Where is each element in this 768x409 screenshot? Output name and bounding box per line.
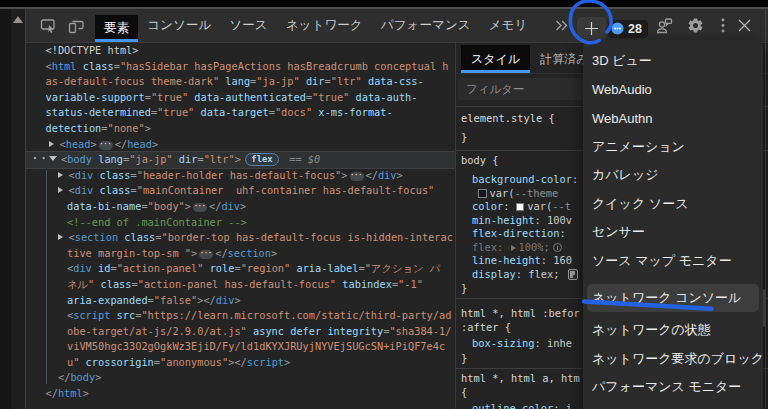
dom-tree-row[interactable]: <div id="action-panel" role="region" ari… <box>26 261 455 277</box>
dom-tree-row[interactable]: tive margin-top-sm ">···</section> <box>26 246 455 262</box>
menu-item[interactable]: クイック ソース <box>583 190 763 219</box>
code-token: class <box>100 169 131 181</box>
device-toolbar-button[interactable] <box>64 9 88 43</box>
code-token: --t <box>552 200 571 212</box>
more-content-icon[interactable]: ··· <box>99 141 113 150</box>
code-token: "body" <box>148 200 185 212</box>
code-token: "false" <box>154 294 197 306</box>
code-token: data-css- <box>368 75 424 87</box>
code-token: "mainContainer uhf-container has-default… <box>137 184 435 196</box>
code-token: script <box>247 356 284 368</box>
menu-item[interactable]: 3D ビュー <box>583 47 763 76</box>
code-token: "ja-jp" <box>256 75 299 87</box>
collapsed-arrow-icon[interactable] <box>58 172 63 178</box>
code-token: "true" <box>151 91 188 103</box>
styles-tab[interactable]: スタイル <box>461 45 530 73</box>
color-swatch-white[interactable] <box>516 203 525 212</box>
toolbar-tab[interactable]: パフォーマンス <box>372 9 480 43</box>
code-token: "action-panel has-default-focus" <box>138 278 336 290</box>
code-token: div <box>216 294 235 306</box>
dom-tree-row[interactable]: data-bi-name="body">···</div> <box>26 199 455 215</box>
issues-counter[interactable]: 28 <box>608 20 648 38</box>
code-token: : flex; <box>516 268 560 280</box>
dom-tree-row[interactable]: <div class="header-holder has-default-fo… <box>26 168 455 184</box>
feedback-button[interactable] <box>650 9 678 43</box>
more-tools-button[interactable] <box>577 17 606 40</box>
menu-item[interactable]: アニメーション <box>583 133 763 162</box>
menu-item[interactable]: WebAudio <box>583 76 763 105</box>
toolbar-tab[interactable]: メモリ <box>480 9 537 43</box>
node-options-dots-icon[interactable]: ··· <box>31 150 57 166</box>
code-token: lang <box>225 75 250 87</box>
settings-button[interactable] <box>678 9 713 43</box>
gear-icon <box>687 17 704 34</box>
code-token: </ <box>215 247 227 259</box>
menu-item[interactable]: パフォーマンス モニター <box>583 373 763 402</box>
dom-tree-row-selected[interactable]: ···<body lang="ja-jp" dir="ltr">flex == … <box>26 152 455 168</box>
code-token: crossorigin <box>86 356 154 368</box>
dom-tree-row[interactable]: </html> <box>26 386 455 402</box>
flex-badge[interactable]: flex <box>245 153 279 166</box>
code-token: "region" <box>241 262 291 274</box>
dom-tree-row[interactable]: as-default-focus theme-dark" lang="ja-jp… <box>26 74 455 90</box>
menu-item[interactable]: WebAuthn <box>583 104 763 133</box>
dom-tree-row[interactable]: viVM50hgc33O2gOgkWz3EjiD/Fy/ld1dKYXJRUyj… <box>26 339 455 355</box>
code-token: viVM50hgc33O2gOgkWz3EjiD/Fy/ld1dKYXJRUyj… <box>67 340 445 352</box>
code-token: <!--end of .mainContainer --> <box>67 216 247 228</box>
color-swatch-dark[interactable] <box>478 189 487 198</box>
page-scrollbar[interactable] <box>11 9 25 409</box>
code-token: status-determined <box>46 106 151 118</box>
dom-tree-row[interactable]: </body> <box>26 370 455 386</box>
more-content-icon[interactable]: ··· <box>199 250 213 259</box>
code-token: : 160 <box>541 254 572 266</box>
inspect-element-button[interactable] <box>36 9 60 43</box>
dom-tree-row[interactable]: <!--end of .mainContainer --> <box>26 215 455 231</box>
code-token: class <box>124 231 155 243</box>
dom-tree-row[interactable]: ネル" class="action-panel has-default-focu… <box>26 277 455 293</box>
dom-tree-row[interactable]: aria-expanded="false"></div> <box>26 293 455 309</box>
dom-tree-row[interactable]: obe-target/at-js/2.9.0/at.js" async defe… <box>26 324 455 340</box>
code-token: "none" <box>108 122 145 134</box>
code-token: "https://learn.microsoft.com/static/thir… <box>141 309 451 321</box>
menu-item[interactable]: ネットワーク要求のブロック <box>583 345 763 374</box>
dom-tree-rows: <!DOCTYPE html><html class="hasSidebar h… <box>26 43 455 402</box>
toolbar-tab[interactable]: コンソール <box>138 9 220 43</box>
collapsed-arrow-icon[interactable] <box>58 234 63 240</box>
dom-tree-row[interactable]: <head>···</head> <box>26 137 455 153</box>
code-token: outline-color <box>472 402 553 409</box>
expand-shorthand-icon[interactable] <box>511 245 516 251</box>
code-token: </ <box>234 356 246 368</box>
close-devtools-button[interactable] <box>733 9 755 43</box>
dom-tree-row[interactable]: <section class="border-top has-default-f… <box>26 230 455 246</box>
dom-tree-row[interactable]: <script src="https://learn.microsoft.com… <box>26 308 455 324</box>
menu-item[interactable]: ネットワーク コンソール <box>587 284 759 313</box>
code-token: html <box>58 387 83 399</box>
devtools-right-border <box>765 9 766 408</box>
dom-tree-row[interactable]: u" crossorigin="anonymous"></script> <box>26 355 455 371</box>
toolbar-tab[interactable]: ソース <box>220 9 276 43</box>
more-tabs-button[interactable] <box>550 9 572 43</box>
collapsed-arrow-icon[interactable] <box>49 141 54 147</box>
dom-tree-row[interactable]: <div class="mainContainer uhf-container … <box>26 183 455 199</box>
dom-tree-row[interactable]: status-determined="true" data-target="do… <box>26 105 455 121</box>
more-content-icon[interactable]: ··· <box>193 203 207 212</box>
flexbox-editor-icon[interactable] <box>568 269 578 280</box>
code-token: x-ms-format- <box>318 106 392 118</box>
collapsed-arrow-icon[interactable] <box>58 187 63 193</box>
dom-tree-row[interactable]: <html class="hasSidebar hasPageActions h… <box>26 59 455 75</box>
menu-item[interactable]: カバレッジ <box>583 161 763 190</box>
toolbar-tab[interactable]: 要素 <box>95 15 138 43</box>
dom-tree-row[interactable]: detection="none"> <box>26 121 455 137</box>
dom-tree-row[interactable]: <!DOCTYPE html> <box>26 43 455 59</box>
code-token: : <box>503 200 516 212</box>
more-content-icon[interactable]: ··· <box>350 172 364 181</box>
menu-item[interactable]: ソース マップ モニター <box>583 247 763 276</box>
kebab-menu-icon <box>721 18 725 33</box>
dom-tree-row[interactable]: variable-support="true" data-authenticat… <box>26 90 455 106</box>
toolbar-tab[interactable]: ネットワーク <box>277 9 372 43</box>
kebab-menu-button[interactable] <box>713 9 733 43</box>
menu-item[interactable]: ネットワークの状態 <box>583 316 763 345</box>
scroll-up-arrow-icon[interactable] <box>13 16 23 23</box>
code-token: color <box>472 200 503 212</box>
menu-item[interactable]: センサー <box>583 218 763 247</box>
